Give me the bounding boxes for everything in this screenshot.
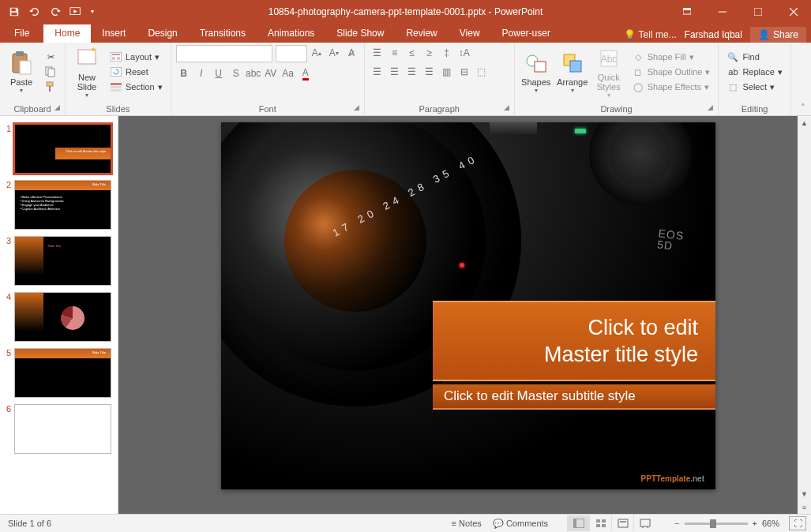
select-button[interactable]: ⬚Select ▾: [723, 80, 785, 94]
decrease-font-icon[interactable]: A▾: [326, 45, 342, 61]
clear-formatting-icon[interactable]: A̷: [344, 45, 359, 61]
new-slide-button[interactable]: New Slide▾: [70, 45, 103, 99]
fit-to-window-icon[interactable]: ⛶: [789, 516, 806, 530]
tab-insert[interactable]: Insert: [91, 24, 137, 43]
tab-transitions[interactable]: Transitions: [189, 24, 257, 43]
tab-file[interactable]: File: [0, 24, 43, 43]
start-from-beginning-icon[interactable]: [66, 2, 85, 21]
subtitle-placeholder[interactable]: Click to edit Master subtitle style: [433, 384, 715, 410]
dialog-launcher-icon[interactable]: ◢: [354, 103, 359, 111]
collapse-ribbon-icon[interactable]: ˄: [795, 43, 811, 115]
thumbnail-6[interactable]: 6: [0, 401, 118, 457]
shapes-button[interactable]: Shapes▾: [520, 45, 553, 99]
shape-fill-button[interactable]: ◇Shape Fill ▾: [629, 50, 714, 64]
copy-button[interactable]: [41, 65, 60, 79]
tab-design[interactable]: Design: [137, 24, 188, 43]
share-button[interactable]: 👤 Share: [750, 27, 806, 43]
font-size-combo[interactable]: [276, 45, 307, 62]
reset-button[interactable]: Reset: [107, 65, 166, 79]
dialog-launcher-icon[interactable]: ◢: [504, 103, 509, 111]
justify-button[interactable]: ☰: [422, 64, 437, 80]
slideshow-view-icon[interactable]: [633, 515, 655, 531]
line-spacing-button[interactable]: ‡: [439, 45, 455, 61]
save-icon[interactable]: [5, 2, 24, 21]
next-slide-icon[interactable]: ≡: [798, 500, 811, 514]
columns-button[interactable]: ▥: [439, 64, 455, 80]
cut-button[interactable]: ✂: [41, 50, 60, 64]
numbering-button[interactable]: ≡: [387, 45, 403, 61]
char-spacing-button[interactable]: AV: [263, 66, 279, 81]
tab-home[interactable]: Home: [43, 24, 91, 43]
quick-styles-button[interactable]: AbcQuick Styles▾: [592, 45, 625, 99]
shadow-button[interactable]: abc: [246, 66, 261, 81]
bullets-button[interactable]: ☰: [370, 45, 385, 61]
shape-effects-button[interactable]: ◯Shape Effects ▾: [629, 80, 714, 94]
thumbnail-5[interactable]: 5Slide Title: [0, 345, 118, 401]
text-direction-button[interactable]: ↕A: [456, 45, 472, 61]
slide-thumbnail-panel[interactable]: 1Click to edit Master title style 2Slide…: [0, 116, 118, 514]
increase-font-icon[interactable]: A▴: [309, 45, 325, 61]
layout-button[interactable]: Layout ▾: [107, 50, 166, 64]
zoom-slider[interactable]: [685, 523, 748, 525]
arrange-button[interactable]: Arrange▾: [556, 45, 589, 99]
vertical-scrollbar[interactable]: ▲ ▼ ≡: [798, 116, 811, 514]
tab-view[interactable]: View: [449, 24, 491, 43]
undo-icon[interactable]: [25, 2, 44, 21]
slide-editor[interactable]: 17 20 24 28 35 40 EOS 5D Click to edit M…: [118, 116, 811, 514]
title-placeholder[interactable]: Click to edit Master title style: [433, 301, 715, 381]
align-text-button[interactable]: ⊟: [456, 64, 472, 80]
tab-review[interactable]: Review: [395, 24, 448, 43]
underline-button[interactable]: U: [211, 66, 227, 81]
decrease-indent-button[interactable]: ≤: [404, 45, 420, 61]
tell-me-input[interactable]: 💡 Tell me...: [624, 29, 677, 40]
status-bar: Slide 1 of 6 ≡ Notes 💬 Comments − + 66% …: [0, 514, 811, 532]
thumbnail-2[interactable]: 2Slide Title• Make effective Presentatio…: [0, 177, 118, 233]
smartart-button[interactable]: ⬚: [474, 64, 490, 80]
scroll-up-icon[interactable]: ▲: [798, 116, 811, 129]
zoom-out-icon[interactable]: −: [674, 519, 679, 528]
thumbnail-1[interactable]: 1Click to edit Master title style: [0, 121, 118, 177]
user-name[interactable]: Farshad Iqbal: [685, 29, 742, 40]
find-button[interactable]: 🔍Find: [723, 50, 785, 64]
change-case-button[interactable]: Aa: [280, 66, 296, 81]
tab-slideshow[interactable]: Slide Show: [325, 24, 395, 43]
normal-view-icon[interactable]: [567, 515, 589, 531]
comments-button[interactable]: 💬 Comments: [493, 519, 548, 529]
align-left-button[interactable]: ☰: [370, 64, 385, 80]
align-center-button[interactable]: ☰: [387, 64, 403, 80]
zoom-percent[interactable]: 66%: [762, 519, 779, 528]
shape-outline-icon: ◻: [632, 66, 644, 78]
tab-power-user[interactable]: Power-user: [491, 24, 561, 43]
close-icon[interactable]: [775, 0, 811, 23]
bold-button[interactable]: B: [176, 66, 192, 81]
qat-customize-icon[interactable]: ▾: [87, 2, 98, 21]
shape-outline-button[interactable]: ◻Shape Outline ▾: [629, 65, 714, 79]
notes-button[interactable]: ≡ Notes: [452, 519, 482, 528]
thumbnail-3[interactable]: 3Slide Title: [0, 233, 118, 289]
slide-counter[interactable]: Slide 1 of 6: [5, 519, 51, 528]
align-right-button[interactable]: ☰: [404, 64, 420, 80]
font-name-combo[interactable]: [176, 45, 272, 62]
maximize-icon[interactable]: [740, 0, 775, 23]
scroll-down-icon[interactable]: ▼: [798, 487, 811, 500]
zoom-control[interactable]: − + 66% ⛶: [674, 516, 806, 530]
italic-button[interactable]: I: [193, 66, 209, 81]
ribbon-display-options-icon[interactable]: [669, 0, 704, 23]
font-color-button[interactable]: A: [298, 66, 314, 81]
slide-sorter-view-icon[interactable]: [589, 515, 611, 531]
redo-icon[interactable]: [46, 2, 65, 21]
zoom-in-icon[interactable]: +: [753, 519, 757, 528]
dialog-launcher-icon[interactable]: ◢: [54, 103, 60, 111]
dialog-launcher-icon[interactable]: ◢: [708, 103, 713, 111]
increase-indent-button[interactable]: ≥: [422, 45, 437, 61]
strike-button[interactable]: S: [228, 66, 244, 81]
minimize-icon[interactable]: [704, 0, 740, 23]
slide-canvas[interactable]: 17 20 24 28 35 40 EOS 5D Click to edit M…: [221, 122, 715, 489]
section-button[interactable]: Section ▾: [107, 80, 166, 94]
replace-button[interactable]: abReplace ▾: [723, 65, 785, 79]
tab-animations[interactable]: Animations: [257, 24, 325, 43]
thumbnail-4[interactable]: 4: [0, 289, 118, 345]
paste-button[interactable]: Paste▾: [5, 45, 38, 99]
reading-view-icon[interactable]: [611, 515, 633, 531]
format-painter-button[interactable]: [41, 80, 60, 94]
